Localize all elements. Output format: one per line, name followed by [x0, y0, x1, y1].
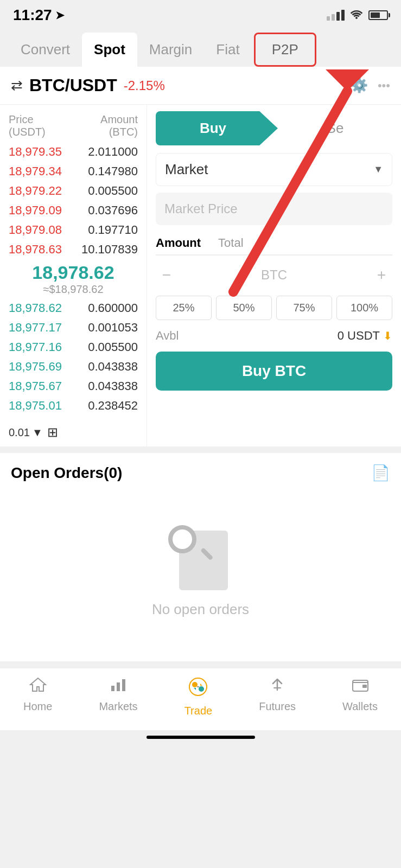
tab-margin[interactable]: Margin — [137, 33, 204, 67]
svg-rect-4 — [117, 682, 120, 691]
nav-home[interactable]: Home — [23, 677, 52, 717]
status-bar: 11:27 ➤ — [0, 0, 401, 28]
home-icon — [29, 677, 47, 696]
more-icon[interactable]: ••• — [378, 79, 390, 93]
amount-column-header: Amount (BTC) — [100, 113, 138, 138]
trade-icon — [188, 677, 208, 700]
open-orders-title: Open Orders(0) — [11, 464, 122, 482]
order-book: Price (USDT) Amount (BTC) 18,979.35 2.01… — [0, 105, 147, 446]
svg-point-8 — [199, 686, 204, 692]
time-display: 11:27 — [13, 7, 52, 24]
futures-icon — [270, 677, 285, 696]
svg-rect-5 — [122, 679, 125, 691]
buy-sell-tabs: Buy Se — [156, 111, 392, 145]
order-book-view-toggle[interactable]: ⊞ — [47, 425, 58, 440]
buy-order-row: 18,977.17 0.001053 — [9, 321, 138, 335]
buy-order-row: 18,978.62 0.600000 — [9, 301, 138, 315]
price-input[interactable]: Market Price — [156, 193, 392, 225]
empty-orders-text: No open orders — [152, 601, 249, 618]
pct-75-button[interactable]: 75% — [276, 296, 332, 320]
nav-futures-label: Futures — [259, 700, 296, 713]
mid-price: 18,978.62 ≈$18,978.62 — [9, 262, 138, 296]
deposit-icon[interactable]: ⬇ — [383, 329, 392, 342]
sell-order-row: 18,979.34 0.147980 — [9, 164, 138, 178]
chart-settings-icon[interactable]: ⚙️ — [351, 77, 368, 94]
sell-order-row: 18,979.22 0.005500 — [9, 184, 138, 198]
nav-wallets[interactable]: Wallets — [342, 677, 378, 717]
order-book-header: Price (USDT) Amount (BTC) — [9, 113, 138, 138]
pair-name: BTC/USDT — [29, 75, 117, 95]
sell-tab[interactable]: Se — [278, 111, 392, 145]
sell-order-row: 18,978.63 10.107839 — [9, 242, 138, 257]
decrease-amount-button[interactable]: − — [156, 266, 177, 284]
amount-total-tabs: Amount Total — [156, 232, 392, 256]
trade-form: Buy Se Market ▼ Market Price Amount Tota… — [147, 105, 401, 446]
trading-tabs: Convert Spot Margin Fiat P2P — [0, 28, 401, 67]
nav-futures[interactable]: Futures — [259, 677, 296, 717]
buy-btc-button[interactable]: Buy BTC — [156, 352, 392, 391]
avbl-value: 0 USDT ⬇ — [338, 329, 392, 343]
signal-icon — [327, 10, 345, 21]
battery-icon — [368, 10, 388, 20]
wallets-icon — [352, 677, 369, 696]
dropdown-arrow-icon: ▼ — [373, 164, 383, 175]
pct-25-button[interactable]: 25% — [156, 296, 212, 320]
buy-order-row: 18,977.16 0.005500 — [9, 340, 138, 354]
currency-label: BTC — [261, 267, 287, 283]
nav-wallets-label: Wallets — [342, 700, 378, 713]
nav-markets[interactable]: Markets — [99, 677, 137, 717]
open-orders-header: Open Orders(0) 📄 — [11, 464, 390, 482]
sell-order-row: 18,979.08 0.197710 — [9, 223, 138, 237]
svg-point-7 — [192, 682, 198, 687]
order-book-footer: 0.01 ▼ ⊞ — [9, 418, 138, 446]
avbl-label: Avbl — [156, 329, 179, 343]
tab-convert[interactable]: Convert — [9, 33, 82, 67]
empty-orders-state: No open orders — [11, 493, 390, 650]
buy-tab[interactable]: Buy — [156, 111, 278, 145]
increase-amount-button[interactable]: + — [371, 266, 392, 284]
amount-tab[interactable]: Amount — [156, 232, 209, 256]
home-indicator — [147, 736, 255, 739]
magnify-icon — [168, 525, 206, 563]
price-column-header: Price (USDT) — [9, 113, 46, 138]
tab-spot[interactable]: Spot — [82, 33, 137, 67]
wifi-icon — [350, 9, 363, 22]
total-tab[interactable]: Total — [209, 232, 252, 254]
pct-100-button[interactable]: 100% — [336, 296, 392, 320]
swap-icon[interactable]: ⇄ — [11, 77, 23, 94]
sell-order-row: 18,979.35 2.011000 — [9, 145, 138, 159]
svg-rect-10 — [362, 685, 367, 688]
percentage-buttons: 25% 50% 75% 100% — [156, 296, 392, 320]
trading-body: Price (USDT) Amount (BTC) 18,979.35 2.01… — [0, 105, 401, 446]
empty-state-icon — [168, 525, 233, 590]
available-balance-row: Avbl 0 USDT ⬇ — [156, 329, 392, 343]
pct-50-button[interactable]: 50% — [216, 296, 272, 320]
bottom-navigation: Home Markets Trade — [0, 668, 401, 730]
order-type-dropdown[interactable]: Market ▼ — [156, 153, 392, 186]
pair-change: -2.15% — [124, 78, 165, 93]
buy-orders: 18,978.62 0.600000 18,977.17 0.001053 18… — [9, 301, 138, 413]
orders-document-icon[interactable]: 📄 — [371, 464, 390, 482]
sell-orders: 18,979.35 2.011000 18,979.34 0.147980 18… — [9, 145, 138, 257]
decimal-selector[interactable]: 0.01 ▼ — [9, 426, 43, 439]
buy-order-row: 18,975.01 0.238452 — [9, 399, 138, 413]
amount-input-row: − BTC + — [156, 261, 392, 289]
nav-home-label: Home — [23, 700, 52, 713]
header-actions: ⚙️ ••• — [351, 77, 390, 94]
sell-order-row: 18,979.09 0.037696 — [9, 203, 138, 218]
svg-rect-3 — [111, 686, 114, 691]
nav-markets-label: Markets — [99, 700, 137, 713]
nav-trade-label: Trade — [184, 705, 213, 717]
status-icons — [327, 9, 388, 22]
tab-fiat[interactable]: Fiat — [204, 33, 251, 67]
pair-info: ⇄ BTC/USDT -2.15% — [11, 75, 165, 95]
nav-trade[interactable]: Trade — [184, 677, 213, 717]
tab-p2p[interactable]: P2P — [254, 33, 316, 67]
location-arrow-icon: ➤ — [55, 9, 65, 22]
buy-order-row: 18,975.67 0.043838 — [9, 379, 138, 393]
buy-order-row: 18,975.69 0.043838 — [9, 360, 138, 374]
open-orders-section: Open Orders(0) 📄 No open orders — [0, 453, 401, 661]
markets-icon — [110, 677, 126, 696]
trading-header: ⇄ BTC/USDT -2.15% ⚙️ ••• — [0, 67, 401, 105]
status-time: 11:27 ➤ — [13, 7, 65, 24]
